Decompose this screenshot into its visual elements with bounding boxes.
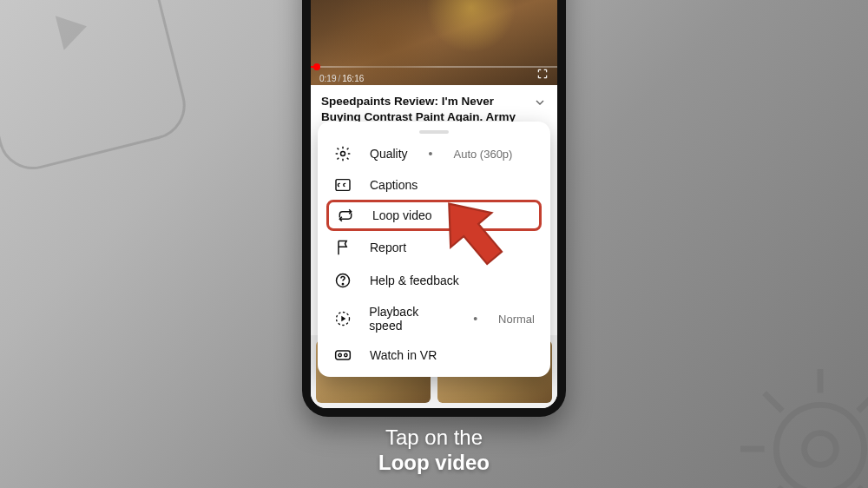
decorative-play-tile: [0, 0, 193, 176]
menu-label: Captions: [370, 178, 418, 192]
menu-label: Quality: [370, 147, 408, 161]
menu-value: Auto (360p): [453, 148, 512, 161]
vr-icon: [333, 349, 352, 361]
instruction-caption: Tap on the Loop video: [0, 425, 868, 476]
gear-icon: [333, 145, 352, 162]
menu-label: Watch in VR: [370, 348, 437, 362]
svg-point-5: [342, 284, 343, 285]
menu-value: Normal: [498, 313, 535, 326]
sheet-handle[interactable]: [419, 130, 449, 134]
svg-point-2: [341, 152, 345, 156]
menu-item-playback-speed[interactable]: Playback speed • Normal: [318, 297, 550, 340]
svg-rect-7: [336, 351, 351, 359]
menu-item-watch-vr[interactable]: Watch in VR: [318, 340, 550, 370]
flag-icon: [333, 239, 352, 256]
menu-label: Loop video: [372, 208, 432, 222]
captions-icon: [333, 178, 352, 192]
tutorial-slide: 0:19 / 16:16 Speedpaints Review: I'm Nev…: [0, 0, 868, 488]
pointer-arrow-icon: [427, 187, 523, 282]
play-icon: [33, 0, 107, 68]
chevron-down-icon: [533, 94, 547, 113]
playback-time: 0:19 / 16:16: [319, 74, 364, 83]
video-player[interactable]: 0:19 / 16:16: [311, 0, 557, 85]
speed-icon: [333, 310, 352, 327]
menu-label: Report: [370, 241, 406, 254]
menu-label: Playback speed: [369, 305, 452, 333]
fullscreen-icon[interactable]: [536, 68, 549, 83]
svg-point-9: [345, 353, 347, 356]
svg-point-8: [339, 353, 341, 356]
help-icon: [333, 272, 352, 289]
loop-icon: [336, 208, 355, 223]
menu-item-quality[interactable]: Quality • Auto (360p): [318, 137, 550, 170]
progress-bar[interactable]: [311, 66, 557, 68]
